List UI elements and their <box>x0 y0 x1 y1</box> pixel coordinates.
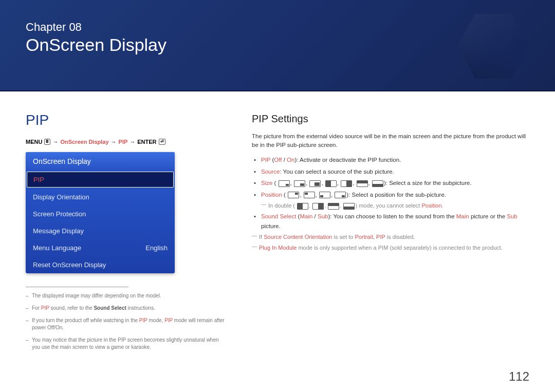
osd-item-display-orientation[interactable]: Display Orientation <box>26 189 175 206</box>
settings-list-2: Sound Select (Main / Sub): You can choos… <box>252 212 529 231</box>
right-column: PIP Settings The picture from the extern… <box>252 112 529 356</box>
page-content: PIP MENU Ⅲ → OnScreen Display → PIP → EN… <box>0 91 555 356</box>
footnote-divider <box>26 287 128 287</box>
osd-item-pip[interactable]: PIP <box>27 172 174 188</box>
note-double-mode: In double ( , , , ) mode, you cannot sel… <box>261 201 529 210</box>
settings-intro: The picture from the external video sour… <box>252 132 529 149</box>
osd-item-value: English <box>145 244 168 252</box>
chapter-header: Chapter 08 OnScreen Display <box>0 0 555 91</box>
enter-icon: ⏎ <box>159 139 165 145</box>
breadcrumb-menu: MENU <box>26 139 42 145</box>
chapter-title: OnScreen Display <box>26 35 529 55</box>
chapter-label: Chapter 08 <box>26 21 529 34</box>
osd-item-label: Message Display <box>33 227 84 235</box>
osd-item-message-display[interactable]: Message Display <box>26 222 175 239</box>
position-icon <box>319 192 330 198</box>
osd-item-label: Menu Language <box>33 244 81 252</box>
osd-panel-title: OnScreen Display <box>26 152 175 171</box>
setting-position: Position ( , , , ): Select a position fo… <box>261 190 529 199</box>
footnote-2: For PIP sound, refer to the Sound Select… <box>26 305 226 312</box>
setting-source: Source: You can select a source of the s… <box>261 167 529 176</box>
size-icon <box>309 180 321 187</box>
breadcrumb: MENU Ⅲ → OnScreen Display → PIP → ENTER … <box>26 139 226 145</box>
setting-pip: PIP (Off / On): Activate or deactivate t… <box>261 155 529 164</box>
size-icon <box>372 180 383 187</box>
footnote-3: If you turn the product off while watchi… <box>26 317 226 331</box>
page-number: 112 <box>509 369 529 384</box>
settings-list: PIP (Off / On): Activate or deactivate t… <box>252 155 529 199</box>
size-icon <box>343 203 355 210</box>
osd-item-screen-protection[interactable]: Screen Protection <box>26 206 175 222</box>
settings-heading: PIP Settings <box>252 113 529 125</box>
breadcrumb-enter: ENTER <box>137 139 156 145</box>
position-icon <box>335 192 346 198</box>
osd-item-label: PIP <box>33 176 44 183</box>
footnote-1: The displayed image may differ depending… <box>26 292 226 300</box>
footnotes: The displayed image may differ depending… <box>26 292 226 351</box>
size-icon <box>357 180 368 187</box>
note-plugin-module: Plug In Module mode is only supported wh… <box>252 244 529 252</box>
breadcrumb-path-2: PIP <box>119 139 128 145</box>
setting-sound-select: Sound Select (Main / Sub): You can choos… <box>261 212 529 231</box>
footnote-4: You may notice that the picture in the P… <box>26 337 226 351</box>
size-icon <box>312 203 324 210</box>
arrow-icon: → <box>52 139 58 145</box>
breadcrumb-path-1: OnScreen Display <box>60 139 108 145</box>
position-icon <box>304 192 315 198</box>
setting-size: Size ( , , , , , , ): Select a size for … <box>261 178 529 188</box>
osd-item-label: Display Orientation <box>33 193 89 201</box>
osd-menu-panel: OnScreen Display PIP Display Orientation… <box>26 152 175 273</box>
osd-item-reset[interactable]: Reset OnScreen Display <box>26 256 175 273</box>
position-icon <box>288 192 299 198</box>
size-icon <box>297 203 308 210</box>
section-heading-pip: PIP <box>26 112 226 128</box>
osd-item-menu-language[interactable]: Menu Language English <box>26 239 175 256</box>
size-icon <box>328 203 339 210</box>
osd-item-label: Reset OnScreen Display <box>33 261 106 269</box>
arrow-icon: → <box>130 139 135 145</box>
left-column: PIP MENU Ⅲ → OnScreen Display → PIP → EN… <box>26 112 226 356</box>
menu-icon: Ⅲ <box>44 139 50 145</box>
size-icon <box>341 180 352 187</box>
size-icon <box>325 180 337 187</box>
size-icon <box>294 180 305 187</box>
note-orientation: If Source Content Orientation is set to … <box>252 233 529 241</box>
size-icon <box>279 180 290 187</box>
arrow-icon: → <box>111 139 117 145</box>
osd-item-label: Screen Protection <box>33 210 86 218</box>
